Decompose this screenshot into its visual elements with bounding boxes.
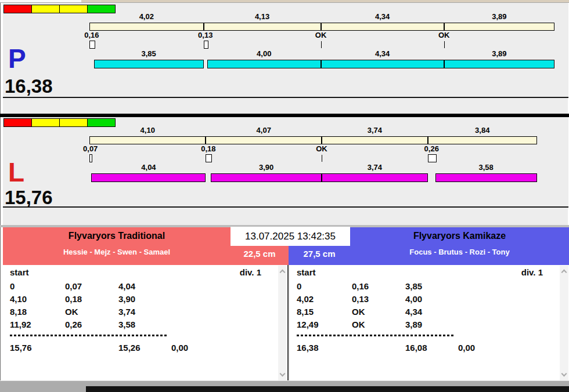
loss-marker-box — [428, 154, 437, 162]
results-header-division: div. 1 — [521, 267, 543, 278]
result-cell: 0,13 — [352, 294, 369, 304]
net-bar-segment — [444, 60, 554, 68]
net-bar-segment — [322, 173, 428, 182]
traffic-light-segment — [3, 118, 32, 127]
chevron-down-icon[interactable] — [561, 371, 567, 377]
total-cell: 16,08 — [405, 343, 427, 353]
result-cell: 8,15 — [297, 307, 314, 317]
split-time-label: 4,13 — [255, 13, 269, 20]
results-header-division: div. 1 — [240, 267, 261, 278]
taskbar-strip — [0, 386, 86, 392]
result-cell: 3,58 — [118, 320, 135, 330]
gross-bar-segment — [322, 136, 428, 144]
split-time-label: 4,02 — [139, 13, 154, 20]
net-bar-segment — [435, 173, 537, 182]
split-time-label: 4,07 — [257, 126, 271, 134]
chevron-down-icon[interactable] — [280, 371, 286, 377]
net-time-label: 3,85 — [142, 50, 156, 57]
app-window: P 16,38 4,020,163,854,130,134,004,34OK4,… — [0, 0, 569, 392]
split-time-label: 3,89 — [492, 13, 506, 20]
total-cell: 15,26 — [118, 343, 141, 353]
split-time-label: 4,10 — [141, 126, 155, 134]
loss-time-label: 0,26 — [424, 145, 439, 153]
traffic-light — [4, 5, 116, 13]
loss-marker-box — [89, 154, 92, 162]
vertical-scrollbar[interactable] — [560, 266, 568, 380]
window-bottom-bar — [0, 381, 569, 386]
net-bar-segment — [321, 60, 444, 68]
gross-bar-segment — [89, 23, 204, 31]
result-cell: 3,74 — [118, 307, 135, 317]
result-cell: 0,16 — [352, 281, 369, 292]
loss-marker-box — [206, 154, 212, 162]
chevron-up-icon[interactable] — [561, 270, 567, 275]
dashed-separator — [297, 335, 455, 336]
result-cell: 3,90 — [118, 294, 135, 304]
loss-marker-box — [89, 41, 95, 49]
total-cell: 0,00 — [458, 343, 475, 353]
total-cell: 0,00 — [171, 343, 188, 353]
ok-tick — [321, 41, 322, 48]
result-cell: 3,85 — [405, 281, 422, 292]
traffic-light-segment — [31, 118, 60, 127]
result-cell: 4,00 — [405, 294, 422, 304]
gross-bar-segment — [204, 23, 321, 31]
net-time-label: 3,89 — [492, 50, 506, 57]
traffic-light-segment — [87, 5, 116, 13]
traffic-light-segment — [3, 5, 32, 13]
total-cell: 15,76 — [10, 343, 32, 353]
split-time-label: 3,74 — [368, 126, 382, 134]
result-cell: 0,26 — [65, 320, 82, 330]
result-cell: 4,04 — [118, 281, 135, 292]
team-members: Focus - Brutus - Rozi - Tony — [350, 248, 569, 256]
gross-bar-segment — [89, 136, 206, 144]
traffic-light-segment — [87, 118, 116, 127]
traffic-light-segment — [31, 5, 60, 13]
traffic-light-segment — [59, 118, 88, 127]
loss-time-label: OK — [316, 145, 327, 153]
lane-letter: P — [8, 45, 26, 72]
lane-total-time: 15,76 — [5, 188, 53, 207]
split-time-label: 3,84 — [475, 126, 489, 134]
loss-time-label: OK — [438, 31, 450, 39]
results-header-start: start — [10, 267, 29, 278]
loss-time-label: OK — [315, 31, 327, 39]
net-time-label: 4,34 — [375, 50, 390, 57]
datetime-display: 13.07.2025 13:42:35 — [231, 227, 350, 246]
results-pane-right[interactable]: startdiv. 100,163,854,020,134,008,15OK4,… — [290, 265, 569, 381]
result-cell: 3,89 — [405, 320, 422, 330]
gross-bar-segment — [428, 136, 537, 144]
lane-total-time: 16,38 — [5, 77, 53, 96]
ok-tick — [444, 41, 445, 48]
total-cell: 16,38 — [297, 343, 319, 353]
dashed-separator — [10, 335, 168, 336]
chevron-up-icon[interactable] — [280, 270, 286, 275]
net-bar-segment — [207, 60, 321, 68]
result-cell: 0,07 — [65, 281, 82, 292]
result-cell: OK — [352, 307, 365, 317]
result-cell: OK — [65, 307, 78, 317]
loss-time-label: 0,16 — [84, 31, 99, 39]
team-name: Flyvaryors Kamikaze — [350, 231, 569, 241]
result-cell: 0 — [297, 281, 301, 292]
net-bar-segment — [91, 173, 206, 182]
loss-time-label: 0,07 — [83, 145, 98, 153]
gross-bar-segment — [206, 136, 322, 144]
ok-tick — [322, 155, 322, 162]
vertical-scrollbar[interactable] — [278, 266, 287, 380]
result-cell: OK — [352, 320, 365, 330]
lane-panel-right: P 16,38 4,020,163,854,130,134,004,34OK4,… — [3, 3, 568, 98]
net-time-label: 3,58 — [478, 164, 493, 171]
result-cell: 0 — [10, 281, 15, 292]
net-bar-segment — [211, 173, 322, 182]
team-members: Hessie - Mejz - Swen - Samael — [3, 248, 231, 256]
net-time-label: 3,74 — [368, 164, 382, 171]
lane-panel-left: L 15,76 4,100,074,044,070,183,903,74OK3,… — [3, 117, 568, 208]
result-cell: 4,10 — [10, 294, 27, 304]
team-name: Flyvaryors Traditional — [3, 231, 231, 241]
result-cell: 0,18 — [65, 294, 82, 304]
result-cell: 8,18 — [10, 307, 27, 317]
results-pane-left[interactable]: startdiv. 100,074,044,100,183,908,18OK3,… — [3, 265, 289, 381]
taskbar-strip — [86, 386, 569, 392]
top-strip — [0, 0, 81, 3]
